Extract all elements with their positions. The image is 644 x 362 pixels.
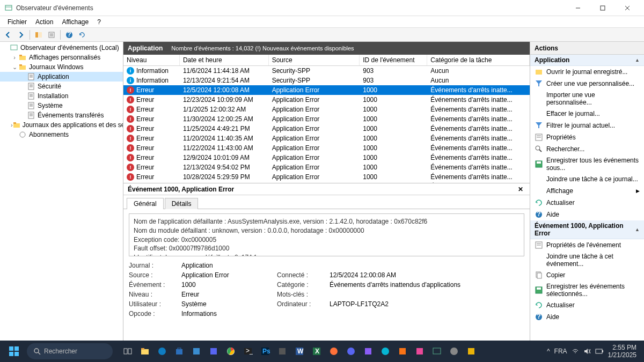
store-icon[interactable] (172, 344, 187, 359)
column-header[interactable]: Catégorie de la tâche (427, 55, 530, 66)
firefox-icon[interactable] (326, 344, 341, 359)
actions-section-event[interactable]: Événement 1000, Application Error▲ (530, 220, 644, 239)
app-icon-9[interactable] (464, 344, 479, 359)
event-row[interactable]: !Erreur11/30/2024 12:00:25 AMApplication… (123, 114, 530, 124)
detail-message: Nom de l'application défaillante : AsusS… (129, 213, 524, 256)
nav-tree[interactable]: Observateur d'événements (Local)›Afficha… (0, 42, 123, 341)
tree-item[interactable]: Application (0, 72, 123, 82)
action-item[interactable]: Créer une vue personnalisée... (530, 78, 644, 90)
expand-icon[interactable]: › (11, 54, 18, 61)
tree-item[interactable]: ›Journaux des applications et des servic… (0, 120, 123, 130)
photoshop-icon[interactable]: Ps (258, 344, 273, 359)
event-row[interactable]: !Erreur11/25/2024 4:49:21 PMApplication … (123, 124, 530, 134)
tree-item[interactable]: Sécurité (0, 82, 123, 91)
event-row[interactable]: !Erreur11/22/2024 11:43:00 AMApplication… (123, 143, 530, 153)
tree-label: Affichages personnalisés (29, 54, 100, 61)
menu-fichier[interactable]: Fichier (3, 17, 31, 27)
event-row[interactable]: iInformation12/13/2024 9:21:54 AMSecurit… (123, 76, 530, 85)
column-header[interactable]: Niveau (123, 55, 179, 66)
tree-item[interactable]: Système (0, 101, 123, 110)
tab-general[interactable]: Général (127, 198, 164, 209)
tree-item[interactable]: ›Affichages personnalisés (0, 53, 123, 62)
battery-icon[interactable] (595, 349, 604, 354)
properties-button[interactable] (46, 29, 57, 41)
action-item[interactable]: Filtrer le journal actuel... (530, 120, 644, 131)
app-icon-7[interactable] (412, 344, 427, 359)
show-tree-button[interactable] (33, 29, 45, 41)
start-button[interactable] (4, 342, 24, 361)
action-item[interactable]: Importer une vue personnalisée... (530, 90, 644, 108)
clock[interactable]: 2:55 PM 1/21/2025 (608, 344, 636, 359)
maximize-button[interactable] (590, 0, 615, 16)
tree-item[interactable]: Installation (0, 91, 123, 101)
action-item[interactable]: Enregistrer les événements sélectionnés.… (530, 281, 644, 299)
action-item[interactable]: Actualiser (530, 299, 644, 311)
taskbar-search[interactable]: Rechercher (27, 343, 113, 359)
event-row[interactable]: !Erreur1/1/2025 12:00:32 AMApplication E… (123, 105, 530, 114)
tray-chevron-icon[interactable]: ^ (547, 348, 550, 355)
app-icon-4[interactable] (361, 344, 376, 359)
actions-section-app[interactable]: Application▲ (530, 55, 644, 66)
terminal-icon[interactable]: >_ (240, 344, 255, 359)
refresh-button[interactable] (76, 29, 88, 41)
app-icon-1[interactable] (189, 344, 204, 359)
excel-icon[interactable]: X (309, 344, 324, 359)
tree-item[interactable]: Événements transférés (0, 110, 123, 120)
app-icon-5[interactable] (378, 344, 393, 359)
action-item[interactable]: Actualiser (530, 197, 644, 209)
menu-action[interactable]: Action (31, 17, 57, 27)
volume-icon[interactable] (583, 348, 591, 355)
edge-icon[interactable] (155, 344, 170, 359)
action-item[interactable]: Joindre une tâche à cet événement... (530, 251, 644, 269)
chrome-icon[interactable] (223, 344, 238, 359)
event-list[interactable]: NiveauDate et heureSourceID de l'événeme… (123, 55, 530, 183)
taskview-icon[interactable] (120, 344, 135, 359)
language-indicator[interactable]: FRA (554, 348, 567, 355)
app-icon-8[interactable] (447, 344, 462, 359)
eventviewer-task-icon[interactable] (429, 344, 444, 359)
action-item[interactable]: Enregistrer tous les événements sous... (530, 155, 644, 173)
event-row[interactable]: !Erreur12/5/2024 12:00:08 AMApplication … (123, 85, 530, 95)
tree-item[interactable]: Abonnements (0, 130, 123, 139)
tree-item[interactable]: ⌄Journaux Windows (0, 62, 123, 72)
word-icon[interactable]: W (292, 344, 307, 359)
back-button[interactable] (2, 29, 14, 41)
column-header[interactable]: Source (268, 55, 360, 66)
action-item[interactable]: Copier (530, 269, 644, 281)
action-item[interactable]: Propriétés de l'événement (530, 239, 644, 251)
close-button[interactable] (615, 0, 640, 16)
minimize-button[interactable] (566, 0, 590, 16)
action-item[interactable]: Rechercher... (530, 143, 644, 155)
action-item[interactable]: Affichage▶ (530, 185, 644, 197)
action-item[interactable]: Joindre une tâche à ce journal... (530, 173, 644, 185)
expand-icon[interactable]: ⌄ (11, 64, 18, 71)
action-item[interactable]: ?Aide (530, 311, 644, 323)
column-header[interactable]: ID de l'événement (360, 55, 427, 66)
event-row[interactable]: !Erreur12/23/2024 10:09:09 AMApplication… (123, 95, 530, 105)
tree-item[interactable]: Observateur d'événements (Local) (0, 43, 123, 53)
menu-?[interactable]: ? (93, 17, 105, 27)
app-icon-2[interactable] (206, 344, 221, 359)
wifi-icon[interactable] (572, 348, 579, 355)
event-row[interactable]: !Erreur12/9/2024 10:01:09 AMApplication … (123, 153, 530, 162)
app-icon-6[interactable] (395, 344, 410, 359)
event-row[interactable]: !Erreur11/20/2024 11:40:35 AMApplication… (123, 134, 530, 143)
menu-affichage[interactable]: Affichage (57, 17, 93, 27)
column-header[interactable]: Date et heure (179, 55, 268, 66)
event-row[interactable]: iInformation11/6/2024 11:44:18 AMSecurit… (123, 66, 530, 76)
action-item[interactable]: ?Aide (530, 209, 644, 220)
help-button[interactable]: ? (63, 29, 75, 41)
prop-value (330, 262, 524, 269)
action-item[interactable]: Propriétés (530, 131, 644, 143)
detail-close-button[interactable]: ✕ (516, 184, 525, 194)
event-row[interactable]: !Erreur12/24/2024 12:00:57 AMApplication… (123, 182, 530, 183)
app-icon-3[interactable] (275, 344, 290, 359)
action-item[interactable]: Effacer le journal... (530, 108, 644, 120)
event-row[interactable]: !Erreur10/28/2024 5:29:59 PMApplication … (123, 172, 530, 182)
forward-button[interactable] (15, 29, 27, 41)
tab-details[interactable]: Détails (165, 198, 199, 209)
discord-icon[interactable] (343, 344, 358, 359)
event-row[interactable]: !Erreur12/13/2024 9:54:02 PMApplication … (123, 162, 530, 172)
explorer-icon[interactable] (137, 344, 152, 359)
action-item[interactable]: Ouvrir le journal enregistré... (530, 66, 644, 78)
